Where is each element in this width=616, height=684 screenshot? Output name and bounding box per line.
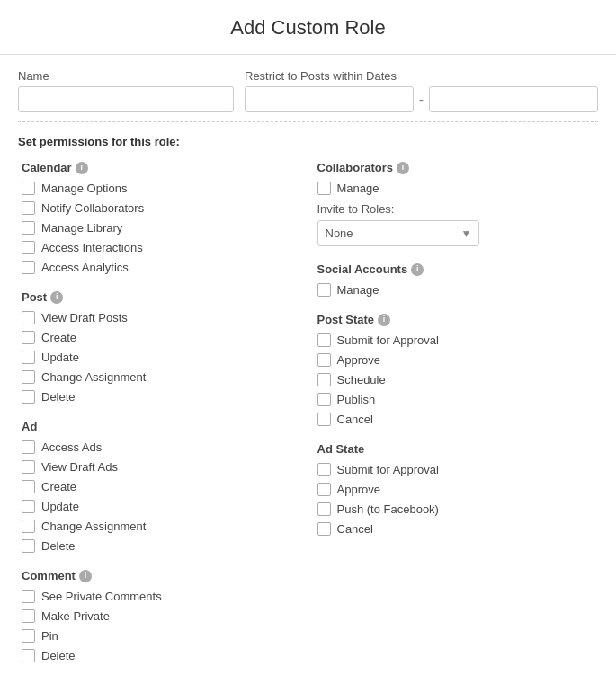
page-title: Add Custom Role: [0, 0, 616, 55]
ad-push-facebook-checkbox[interactable]: [317, 502, 331, 516]
ad-change-assignment-label: Change Assignment: [41, 520, 146, 533]
ad-state-title: Ad State: [317, 442, 365, 456]
see-private-comments-checkbox[interactable]: [22, 590, 35, 603]
post-cancel-label: Cancel: [337, 413, 373, 426]
list-item: Change Assignment: [22, 370, 299, 384]
list-item: Access Analytics: [22, 261, 299, 274]
view-draft-posts-checkbox[interactable]: [22, 311, 35, 324]
ad-create-label: Create: [41, 480, 76, 493]
list-item: Make Private: [22, 609, 299, 623]
calendar-info-icon[interactable]: i: [76, 162, 88, 174]
manage-library-checkbox[interactable]: [22, 221, 35, 235]
post-info-icon[interactable]: i: [50, 291, 63, 304]
access-analytics-checkbox[interactable]: [22, 261, 35, 274]
post-update-checkbox[interactable]: [22, 351, 35, 364]
list-item: Push (to Facebook): [317, 502, 595, 516]
post-publish-checkbox[interactable]: [317, 393, 331, 406]
post-change-assignment-checkbox[interactable]: [22, 370, 35, 384]
list-item: Pin: [22, 629, 299, 643]
ad-state-section: Ad State Submit for Approval Approve Pus…: [317, 442, 595, 536]
post-title: Post: [22, 290, 47, 304]
collaborators-manage-label: Manage: [337, 182, 379, 195]
ad-submit-approval-checkbox[interactable]: [317, 463, 331, 476]
post-change-assignment-label: Change Assignment: [41, 370, 146, 384]
social-accounts-manage-label: Manage: [337, 283, 379, 297]
comment-section: Comment i See Private Comments Make Priv…: [22, 569, 299, 662]
date-to-input[interactable]: [429, 86, 598, 112]
post-submit-approval-checkbox[interactable]: [317, 333, 331, 347]
comment-title: Comment: [22, 569, 76, 582]
manage-library-label: Manage Library: [41, 221, 122, 235]
calendar-title: Calendar: [22, 161, 72, 174]
ad-submit-approval-label: Submit for Approval: [337, 463, 439, 476]
ad-change-assignment-checkbox[interactable]: [22, 520, 35, 533]
dates-separator: -: [419, 92, 424, 108]
ad-update-label: Update: [41, 500, 79, 513]
social-accounts-title: Social Accounts: [317, 262, 408, 276]
list-item: Notify Collaborators: [22, 201, 299, 215]
post-delete-checkbox[interactable]: [22, 390, 35, 404]
list-item: Delete: [22, 649, 299, 662]
post-delete-label: Delete: [41, 390, 76, 404]
post-state-info-icon[interactable]: i: [378, 314, 390, 326]
list-item: Submit for Approval: [317, 463, 595, 476]
list-item: See Private Comments: [22, 590, 299, 603]
collaborators-manage-checkbox[interactable]: [317, 182, 331, 195]
ad-section: Ad Access Ads View Draft Ads Create Upda…: [22, 420, 299, 553]
list-item: Publish: [317, 393, 595, 406]
list-item: Submit for Approval: [317, 333, 595, 347]
pin-checkbox[interactable]: [22, 629, 35, 643]
list-item: Cancel: [317, 522, 595, 536]
date-from-input[interactable]: [245, 86, 414, 112]
post-section: Post i View Draft Posts Create Update: [22, 290, 299, 404]
make-private-label: Make Private: [41, 609, 110, 623]
ad-approve-checkbox[interactable]: [317, 483, 331, 496]
notify-collaborators-label: Notify Collaborators: [41, 201, 144, 215]
ad-push-facebook-label: Push (to Facebook): [337, 502, 439, 516]
access-interactions-label: Access Interactions: [41, 241, 143, 254]
ad-update-checkbox[interactable]: [22, 500, 35, 513]
access-interactions-checkbox[interactable]: [22, 241, 35, 254]
post-state-section: Post State i Submit for Approval Approve…: [317, 313, 595, 426]
social-accounts-manage-checkbox[interactable]: [317, 283, 331, 297]
access-ads-checkbox[interactable]: [22, 440, 35, 454]
list-item: Manage Options: [22, 182, 299, 195]
view-draft-ads-checkbox[interactable]: [22, 460, 35, 474]
list-item: Update: [22, 351, 299, 364]
list-item: Delete: [22, 539, 299, 553]
ad-delete-checkbox[interactable]: [22, 539, 35, 553]
section-divider: [18, 121, 598, 122]
ad-create-checkbox[interactable]: [22, 480, 35, 493]
social-accounts-info-icon[interactable]: i: [411, 263, 424, 276]
list-item: Manage Library: [22, 221, 299, 235]
make-private-checkbox[interactable]: [22, 609, 35, 623]
post-schedule-checkbox[interactable]: [317, 373, 331, 386]
name-input[interactable]: [18, 86, 234, 112]
see-private-comments-label: See Private Comments: [41, 590, 162, 603]
ad-approve-label: Approve: [337, 483, 380, 496]
list-item: View Draft Posts: [22, 311, 299, 324]
post-cancel-checkbox[interactable]: [317, 413, 331, 426]
list-item: Delete: [22, 390, 299, 404]
access-analytics-label: Access Analytics: [41, 261, 129, 274]
ad-cancel-checkbox[interactable]: [317, 522, 331, 536]
list-item: Approve: [317, 353, 595, 367]
post-create-checkbox[interactable]: [22, 331, 35, 344]
manage-options-checkbox[interactable]: [22, 182, 35, 195]
list-item: Change Assignment: [22, 520, 299, 533]
invite-roles-select[interactable]: None: [317, 220, 479, 246]
collaborators-title: Collaborators: [317, 161, 394, 174]
post-state-title: Post State: [317, 313, 375, 326]
comment-info-icon[interactable]: i: [79, 570, 92, 582]
view-draft-ads-label: View Draft Ads: [41, 460, 118, 474]
post-approve-checkbox[interactable]: [317, 353, 331, 367]
comment-delete-checkbox[interactable]: [22, 649, 35, 662]
post-update-label: Update: [41, 351, 79, 364]
collaborators-info-icon[interactable]: i: [397, 162, 409, 174]
access-ads-label: Access Ads: [41, 440, 102, 454]
manage-options-label: Manage Options: [41, 182, 127, 195]
list-item: Update: [22, 500, 299, 513]
list-item: Cancel: [317, 413, 595, 426]
social-accounts-section: Social Accounts i Manage: [317, 262, 595, 297]
notify-collaborators-checkbox[interactable]: [22, 201, 35, 215]
